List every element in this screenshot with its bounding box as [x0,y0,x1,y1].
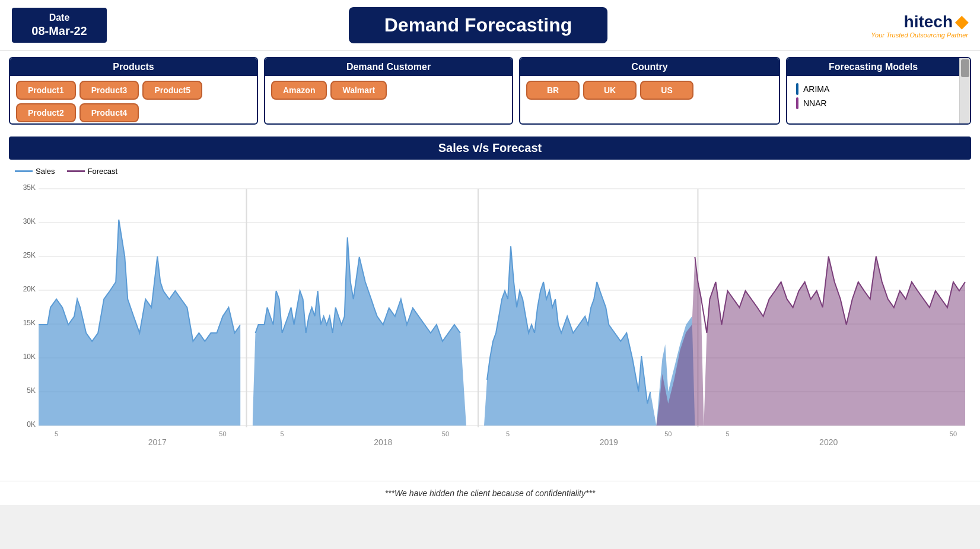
country-panel: Country BR UK US [519,57,780,125]
svg-text:15K: 15K [23,319,36,327]
forecast-area-start [656,257,704,426]
year-2018: 2018 [374,437,392,447]
svg-text:50: 50 [664,430,672,437]
us-button[interactable]: US [640,81,693,100]
svg-text:5K: 5K [27,386,36,395]
products-body: Product1 Product3 Product5 Product2 Prod… [10,76,257,125]
svg-text:5: 5 [726,430,729,437]
nnar-item[interactable]: NNAR [796,97,950,109]
chart-section: Sales v/s Forecast Sales Forecast 35K 30… [0,131,980,481]
arima-label: ARIMA [803,84,829,94]
svg-text:5: 5 [506,430,510,437]
year-2017: 2017 [148,437,167,447]
product4-button[interactable]: Product4 [79,103,139,122]
title-box: Demand Forecasting [107,7,849,43]
arima-item[interactable]: ARIMA [796,83,950,95]
sales-area-2019 [484,246,656,426]
sales-area-2018 [253,237,466,426]
page-title: Demand Forecasting [349,7,608,43]
sales-line-2017 [39,220,240,341]
footer: ***We have hidden the client because of … [0,481,980,505]
logo-text: hitech [904,12,953,31]
svg-text:5: 5 [55,430,58,437]
demand-panel: Demand Customer Amazon Walmart [264,57,513,125]
header: Date 08-Mar-22 Demand Forecasting hitech… [0,0,980,50]
svg-text:0K: 0K [27,420,36,429]
demand-body: Amazon Walmart [265,76,512,104]
svg-text:50: 50 [442,430,449,437]
nnar-label: NNAR [803,99,827,108]
walmart-button[interactable]: Walmart [330,81,387,100]
date-label: Date [24,12,95,23]
logo-dot: ◆ [955,12,968,31]
amazon-button[interactable]: Amazon [271,81,327,100]
svg-text:5: 5 [281,430,284,437]
year-2020: 2020 [819,437,838,447]
logo-tagline: Your Trusted Outsourcing Partner [849,31,968,39]
country-header: Country [520,58,779,76]
chart-title: Sales v/s Forecast [9,137,971,160]
date-value: 08-Mar-22 [24,24,95,38]
chart-container: 35K 30K 25K 20K 15K 10K 5K 0K [9,178,971,475]
year-2019: 2019 [600,437,618,447]
arima-indicator [796,83,798,95]
product3-button[interactable]: Product3 [79,81,139,100]
svg-text:30K: 30K [23,217,36,226]
models-panel: Forecasting Models ARIMA NNAR [786,57,971,125]
scrollbar[interactable] [959,58,970,123]
logo-box: hitech ◆ Your Trusted Outsourcing Partne… [849,12,968,39]
sales-legend: Sales [15,167,55,176]
svg-text:50: 50 [950,430,957,437]
uk-button[interactable]: UK [583,81,637,100]
svg-text:10K: 10K [23,353,36,361]
models-header: Forecasting Models [787,58,959,76]
country-body: BR UK US [520,76,779,104]
svg-text:25K: 25K [23,251,36,259]
demand-header: Demand Customer [265,58,512,76]
svg-text:20K: 20K [23,285,36,293]
forecast-legend-line [67,170,85,172]
svg-text:35K: 35K [23,183,36,192]
svg-text:50: 50 [219,430,226,437]
sales-legend-label: Sales [36,167,55,176]
products-panel: Products Product1 Product3 Product5 Prod… [9,57,258,125]
forecast-legend-label: Forecast [88,167,118,176]
filters-row: Products Product1 Product3 Product5 Prod… [0,50,980,131]
products-header: Products [10,58,257,76]
y-axis: 35K 30K 25K 20K 15K 10K 5K 0K [23,183,36,429]
product2-button[interactable]: Product2 [16,103,76,122]
scrollbar-thumb [961,59,969,77]
br-button[interactable]: BR [526,81,580,100]
chart-legend: Sales Forecast [9,164,971,178]
product1-button[interactable]: Product1 [16,81,76,100]
forecast-legend: Forecast [67,167,118,176]
footer-text: ***We have hidden the client because of … [385,488,596,498]
product5-button[interactable]: Product5 [142,81,202,100]
models-list: ARIMA NNAR [787,76,959,116]
nnar-indicator [796,97,798,109]
date-panel: Date 08-Mar-22 [12,8,107,43]
sales-legend-line [15,170,33,172]
chart-svg: 35K 30K 25K 20K 15K 10K 5K 0K [9,178,971,475]
